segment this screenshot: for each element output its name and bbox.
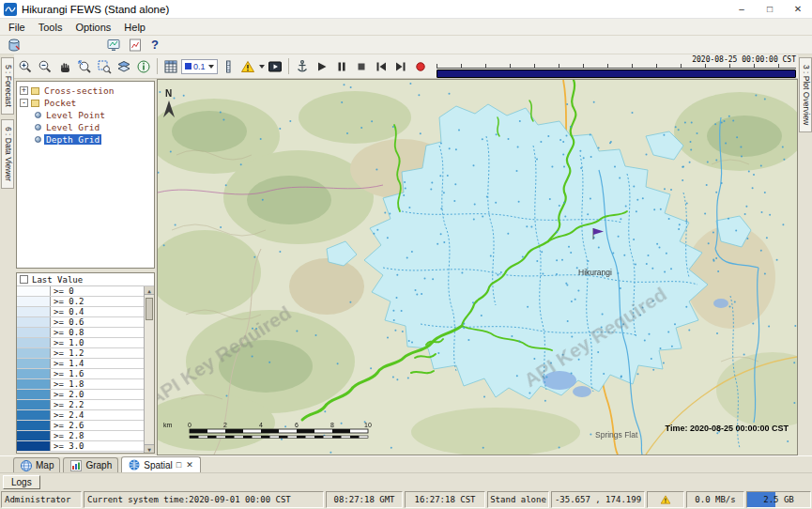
open-database-button[interactable]	[5, 36, 23, 54]
tab-spatial[interactable]: Spatial □ ✕	[121, 456, 201, 472]
tree-item-cross-section[interactable]: + Cross-section	[20, 85, 154, 97]
legend-row[interactable]: >= 2.8	[17, 431, 144, 441]
legend-threshold-label: >= 3.0	[51, 441, 84, 451]
pause-button[interactable]	[332, 57, 351, 76]
map-point	[570, 126, 572, 128]
tab-forecast[interactable]: 5 : Forecast	[1, 57, 14, 115]
tree-item-level-grid[interactable]: Level Grid	[35, 121, 154, 133]
thresholds-button[interactable]	[238, 57, 257, 76]
legend-row[interactable]: >= 2.4	[17, 410, 144, 421]
layers-button[interactable]	[115, 57, 133, 76]
map-point	[614, 166, 616, 168]
legend-row[interactable]: >= 2.0	[17, 390, 144, 400]
legend-threshold-label: >= 0.6	[51, 317, 84, 327]
grid-display-button[interactable]	[161, 57, 180, 76]
skip-to-start-button[interactable]	[372, 57, 391, 76]
menu-file[interactable]: File	[2, 20, 32, 35]
zoom-extent-button[interactable]	[95, 57, 114, 76]
record-button[interactable]	[411, 57, 430, 76]
tree-item-pocket[interactable]: - Pocket	[20, 97, 154, 109]
map-point	[664, 188, 666, 190]
legend-row[interactable]: >= 0.2	[17, 297, 144, 307]
legend-row[interactable]: >= 0.6	[17, 317, 144, 328]
panel-maximize-icon[interactable]: □	[176, 460, 182, 470]
timeline-slider[interactable]	[437, 69, 796, 78]
animation-display-button[interactable]	[266, 57, 284, 76]
map-display-button[interactable]	[104, 36, 123, 54]
maximize-button[interactable]: □	[756, 0, 784, 18]
map-point	[430, 188, 432, 190]
area-label: Springs Flat	[595, 430, 638, 440]
zoom-previous-button[interactable]	[75, 57, 94, 76]
skip-to-end-button[interactable]	[391, 57, 410, 76]
legend-row[interactable]: >= 2.6	[17, 421, 144, 431]
play-button[interactable]	[313, 57, 331, 76]
legend-row[interactable]: >= 2.2	[17, 400, 144, 410]
pan-button[interactable]	[55, 57, 74, 76]
map-point	[769, 214, 771, 216]
stop-button[interactable]	[352, 57, 371, 76]
map-point	[394, 330, 396, 332]
menu-help[interactable]: Help	[117, 20, 152, 35]
info-button[interactable]	[134, 57, 153, 76]
legend-row[interactable]: >= 1.6	[17, 369, 144, 379]
legend-row[interactable]: >= 1.8	[17, 379, 144, 390]
map-point	[646, 263, 648, 265]
map-point	[350, 86, 352, 88]
last-value-checkbox[interactable]	[20, 275, 28, 284]
legend-row[interactable]: >= 0.4	[17, 307, 144, 317]
map-point	[389, 212, 391, 214]
menu-options[interactable]: Options	[69, 20, 117, 35]
thresholds-chevron-icon[interactable]	[259, 65, 265, 69]
map-point	[562, 153, 564, 155]
map-viewport[interactable]: API Key Required API Key Required Hikura…	[157, 79, 798, 455]
legend-scrollbar[interactable]: ▲ ▼	[144, 286, 154, 453]
zoom-in-icon	[18, 59, 33, 74]
collapse-icon[interactable]: -	[20, 99, 28, 107]
help-button[interactable]: ?	[147, 38, 162, 52]
legend-row[interactable]: >= 1.4	[17, 359, 144, 369]
profile-tool-button[interactable]	[293, 57, 312, 76]
map-point	[721, 121, 723, 123]
legend-row[interactable]: >= 3.0	[17, 441, 144, 452]
map-point	[396, 297, 398, 299]
scroll-down-icon[interactable]: ▼	[145, 444, 154, 453]
tree-item-level-point[interactable]: Level Point	[35, 109, 154, 121]
map-point	[443, 192, 445, 193]
scrollbar-thumb[interactable]	[146, 298, 153, 320]
contour-interval-select[interactable]: 0.1	[181, 59, 218, 74]
map-point	[566, 103, 568, 105]
scroll-up-icon[interactable]: ▲	[145, 286, 154, 295]
expand-icon[interactable]: +	[20, 86, 28, 95]
menu-tools[interactable]: Tools	[32, 20, 69, 35]
map-point	[404, 181, 406, 183]
time-series-button[interactable]	[126, 36, 145, 54]
zoom-in-button[interactable]	[16, 57, 35, 76]
legend-color-swatch	[17, 307, 51, 316]
map-canvas[interactable]: API Key Required API Key Required Hikura…	[158, 80, 797, 455]
logs-button[interactable]: Logs	[3, 475, 40, 489]
legend-threshold-label: >= 0.8	[51, 328, 84, 337]
legend-row[interactable]: >= 1.0	[17, 338, 144, 348]
legend-row[interactable]: >= 0	[17, 286, 144, 297]
panel-close-icon[interactable]: ✕	[185, 460, 194, 470]
map-point	[170, 151, 172, 153]
zoom-out-button[interactable]	[36, 57, 54, 76]
tab-plot-overview[interactable]: 3 : Plot Overview	[799, 57, 812, 132]
legend-row[interactable]: >= 0.8	[17, 328, 144, 338]
map-point	[646, 154, 648, 156]
tree-item-depth-grid[interactable]: Depth Grid	[35, 133, 154, 146]
tab-graph[interactable]: Graph	[63, 457, 118, 472]
legend-threshold-label: >= 2.4	[51, 410, 84, 420]
tab-data-viewer[interactable]: 6 : Data Viewer	[1, 119, 14, 189]
status-warning-cell[interactable]	[647, 491, 684, 508]
timeline-ruler[interactable]	[437, 64, 796, 69]
gauge-button[interactable]	[219, 57, 237, 76]
legend-row[interactable]: >= 1.2	[17, 348, 144, 359]
minimize-button[interactable]: –	[728, 0, 756, 18]
tab-map[interactable]: Map	[13, 457, 60, 472]
record-icon	[413, 59, 428, 74]
map-point	[482, 138, 483, 140]
map-point	[519, 120, 521, 122]
close-button[interactable]: ✕	[784, 0, 812, 18]
